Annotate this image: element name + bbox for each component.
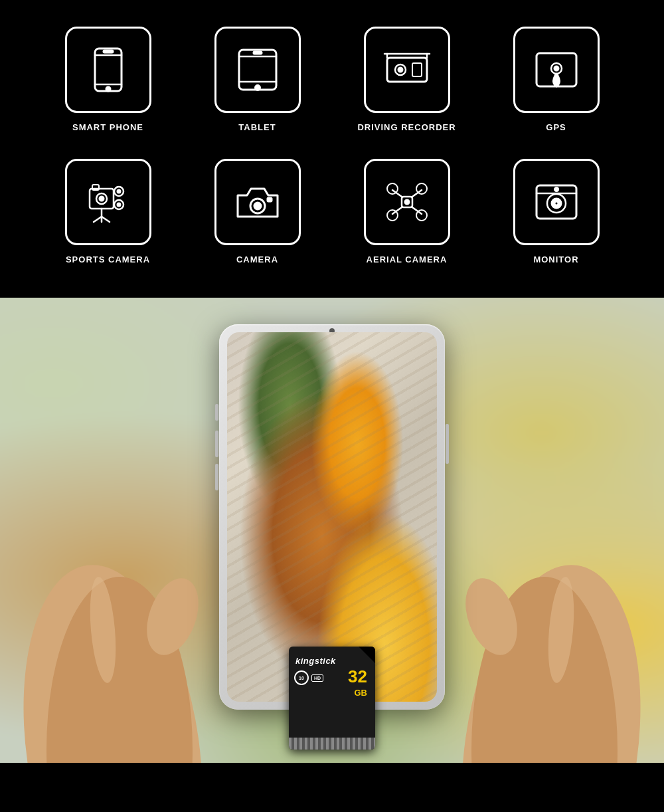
sd-gb-label: GB [355, 688, 368, 698]
gps-label: GPS [546, 122, 566, 132]
sports-camera-label: SPORTS CAMERA [66, 254, 150, 264]
svg-line-29 [94, 217, 102, 222]
gps-icon-box [513, 27, 600, 113]
svg-point-42 [387, 210, 398, 221]
svg-rect-34 [268, 198, 272, 201]
driving-recorder-label: DRIVING RECORDER [357, 122, 456, 132]
svg-point-33 [254, 203, 261, 209]
svg-point-25 [118, 190, 120, 193]
sd-hd-badge: HD [311, 674, 323, 682]
aerial-camera-icon [380, 175, 434, 229]
svg-point-40 [387, 183, 398, 194]
monitor-icon-box [513, 159, 600, 245]
sd-card-wrapper: kingstick 10 HD 32 GB [289, 647, 375, 750]
svg-rect-4 [104, 51, 113, 52]
sports-camera-icon-box [65, 159, 151, 245]
icon-item-driving-recorder: DRIVING RECORDER [357, 27, 456, 132]
aerial-camera-label: AERIAL CAMERA [367, 254, 448, 264]
smartphone-icon [82, 43, 135, 96]
camera-icon-box [214, 159, 301, 245]
svg-rect-9 [254, 52, 262, 54]
icon-item-gps: GPS [513, 27, 600, 132]
icon-item-smartphone: SMART PHONE [65, 27, 151, 132]
smartphone-icon-box [65, 27, 151, 113]
phone-button-2 [215, 431, 218, 457]
aerial-camera-icon-box [364, 159, 450, 245]
bottom-section: kingstick 10 HD 32 GB [0, 298, 664, 763]
sports-camera-icon [82, 175, 135, 229]
sd-card: kingstick 10 HD 32 GB [289, 647, 375, 750]
icon-item-sports-camera: SPORTS CAMERA [65, 159, 151, 264]
svg-point-41 [416, 183, 427, 194]
tablet-icon [231, 43, 284, 96]
svg-point-8 [255, 86, 260, 90]
sd-top-notch [359, 647, 375, 663]
icon-item-tablet: TABLET [214, 27, 301, 132]
svg-point-50 [554, 188, 558, 191]
phone-button-3 [215, 464, 218, 490]
tablet-icon-box [214, 27, 301, 113]
svg-point-22 [100, 197, 104, 201]
phone-button-right [446, 424, 449, 464]
monitor-icon [530, 175, 583, 229]
svg-point-19 [554, 66, 558, 70]
driving-recorder-icon [380, 43, 434, 96]
monitor-label: MONITOR [533, 254, 578, 264]
sd-class-badge: 10 [294, 670, 309, 685]
top-section: SMART PHONE TABLET [0, 0, 664, 298]
smartphone-label: SMART PHONE [72, 122, 143, 132]
svg-rect-13 [412, 63, 422, 76]
svg-point-27 [118, 203, 120, 206]
sd-size-number: 32 [348, 668, 367, 685]
gps-icon [530, 43, 583, 96]
sd-hd-text: HD [314, 676, 321, 680]
device-icons-grid: SMART PHONE TABLET [40, 27, 624, 264]
tablet-label: TABLET [238, 122, 276, 132]
svg-line-30 [102, 217, 110, 222]
sd-logo-area: 10 HD [294, 670, 323, 685]
svg-point-48 [554, 201, 558, 205]
camera-icon [231, 175, 284, 229]
camera-label: CAMERA [236, 254, 278, 264]
phone-button-1 [215, 404, 218, 421]
svg-point-44 [405, 200, 409, 204]
driving-recorder-icon-box [364, 27, 450, 113]
icon-item-camera: CAMERA [214, 159, 301, 264]
sd-class-text: 10 [299, 676, 304, 680]
sd-brand-label: kingstick [295, 656, 336, 666]
svg-point-43 [416, 210, 427, 221]
icon-item-monitor: MONITOR [513, 159, 600, 264]
svg-point-12 [398, 68, 402, 72]
icon-item-aerial-camera: AERIAL CAMERA [364, 159, 450, 264]
svg-point-3 [106, 87, 110, 91]
